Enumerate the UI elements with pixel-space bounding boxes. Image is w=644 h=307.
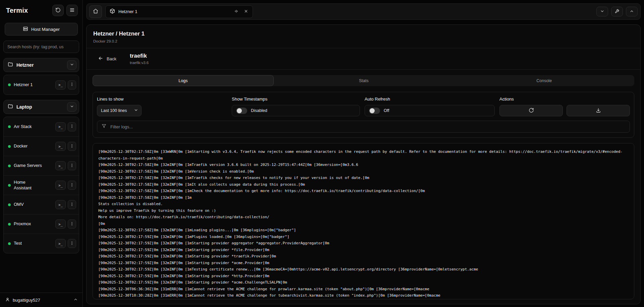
open-terminal-button[interactable]: >_ [55, 142, 66, 151]
terminal-prompt-icon: >_ [58, 164, 63, 168]
open-terminal-button[interactable]: >_ [55, 80, 66, 89]
lines-to-show-label: Lines to show [97, 97, 232, 102]
log-line: [90m2025-12-30T02:17:59Z[0m [32mINF[0m [… [98, 240, 629, 247]
tab-logs[interactable]: Logs [93, 75, 274, 86]
status-dot-online [8, 223, 11, 226]
sidebar-menu-button[interactable] [66, 5, 78, 16]
folder-laptop[interactable]: Laptop [3, 100, 79, 114]
host-row[interactable]: Game Servers >_ [4, 156, 79, 175]
status-dot-online [8, 203, 11, 206]
actions-group: Actions [499, 97, 630, 116]
host-row[interactable]: Hetzner 1 >_ [4, 75, 79, 95]
chevron-up-icon [630, 9, 634, 14]
kebab-menu-icon [70, 183, 74, 188]
status-dot-online [8, 83, 11, 86]
terminal-prompt-icon: >_ [58, 222, 63, 226]
host-row[interactable]: OMV >_ [4, 195, 79, 214]
terminal-prompt-icon: >_ [58, 83, 63, 87]
refresh-logs-button[interactable] [499, 105, 563, 116]
host-menu-button[interactable] [68, 181, 76, 190]
refresh-icon [529, 108, 534, 114]
tab-console[interactable]: Console [454, 75, 634, 86]
log-line: [90m2025-12-30T02:17:59Z[0m [32mINF[0m [… [98, 234, 629, 240]
host-menu-button[interactable] [68, 200, 76, 209]
host-row[interactable]: Home Assistant >_ [4, 175, 79, 195]
log-line: [90m2025-12-30T02:17:58Z[0m [33mWRN[0m [… [98, 148, 629, 162]
host-menu-button[interactable] [68, 80, 76, 89]
folder-collapse-button[interactable] [67, 60, 76, 70]
open-terminal-button[interactable]: >_ [55, 200, 66, 209]
chevron-down-icon [70, 62, 74, 68]
open-terminal-button[interactable]: >_ [55, 181, 66, 190]
tab-hetzner-1[interactable]: Hetzner 1 [105, 5, 253, 18]
terminal-prompt-icon: >_ [58, 183, 63, 187]
home-button[interactable] [89, 5, 102, 18]
app-root: Termix Host Manager Hetzner [0, 0, 644, 307]
log-line: Help us improve Traefik by turning this … [98, 207, 629, 214]
log-output[interactable]: [90m2025-12-30T02:17:58Z[0m [33mWRN[0m [… [93, 143, 634, 299]
container-icon [110, 8, 115, 15]
open-terminal-button[interactable]: >_ [55, 122, 66, 131]
open-terminal-button[interactable]: >_ [55, 239, 66, 248]
host-name: Test [14, 241, 42, 246]
host-search-input[interactable] [7, 45, 75, 49]
host-row[interactable]: Arr Stack >_ [4, 117, 79, 136]
host-panel-header: Hetzner / Hetzner 1 Docker 29.0.2 [87, 25, 640, 48]
open-terminal-button[interactable]: >_ [55, 220, 66, 229]
host-row[interactable]: Proxmox >_ [4, 214, 79, 234]
log-line: [90m2025-12-30T02:17:58Z[0m [32mINF[0m [… [98, 181, 629, 188]
terminal-tabbar: Hetzner 1 [86, 3, 641, 20]
host-name: Game Servers [14, 163, 42, 169]
status-dot-online [8, 125, 11, 128]
chevron-down-icon [600, 9, 604, 14]
folder-name: Hetzner [16, 62, 64, 68]
host-manager-button[interactable]: Host Manager [5, 23, 78, 36]
panel-down-button[interactable] [596, 7, 608, 16]
open-terminal-button[interactable]: >_ [55, 161, 66, 170]
show-timestamps-toggle[interactable] [236, 108, 247, 114]
host-menu-button[interactable] [68, 122, 76, 131]
lines-to-show-value: Last 100 lines [101, 108, 131, 113]
auto-refresh-toggle[interactable] [369, 108, 380, 114]
sidebar-footer[interactable]: bugattiguy527 [0, 293, 83, 307]
host-menu-button[interactable] [68, 239, 76, 248]
user-menu-toggle[interactable] [73, 297, 78, 303]
tools-button[interactable] [611, 7, 623, 16]
host-menu-button[interactable] [68, 220, 76, 229]
username: bugattiguy527 [13, 298, 70, 303]
log-line: [90m2025-12-30T02:17:59Z[0m [32mINF[0m [… [98, 279, 629, 286]
server-icon [23, 26, 28, 33]
lines-to-show-select[interactable]: Last 100 lines [97, 105, 142, 116]
split-view-button[interactable] [233, 8, 239, 15]
close-tab-button[interactable] [243, 8, 249, 15]
rotate-ccw-icon [55, 7, 61, 14]
back-button[interactable]: Back [98, 56, 116, 62]
panel-up-button[interactable] [626, 7, 638, 16]
folder-collapse-button[interactable] [67, 102, 76, 112]
arrow-left-icon [98, 56, 103, 62]
log-filter [97, 121, 630, 133]
log-line: [90m2025-12-30T02:17:59Z[0m [32mINF[0m [… [98, 247, 629, 253]
chevron-down-icon [134, 108, 138, 113]
download-logs-button[interactable] [567, 105, 630, 116]
back-label: Back [107, 56, 116, 61]
show-timestamps-state: Disabled [251, 108, 267, 113]
folder-hetzner[interactable]: Hetzner [3, 58, 79, 72]
log-line: [90m2025-12-30T02:17:59Z[0m [32mINF[0m [… [98, 253, 629, 260]
status-dot-online [8, 165, 11, 167]
log-filter-input[interactable] [110, 124, 626, 129]
host-name: OMV [14, 202, 42, 207]
sidebar: Termix Host Manager Hetzner [0, 0, 83, 307]
terminal-prompt-icon: >_ [58, 242, 63, 246]
host-menu-button[interactable] [68, 161, 76, 170]
host-row[interactable]: Test >_ [4, 234, 79, 253]
host-row[interactable]: Docker >_ [4, 136, 79, 156]
host-search [3, 41, 79, 53]
terminal-prompt-icon: >_ [58, 203, 63, 207]
folder-name: Laptop [16, 104, 64, 110]
host-name: Home Assistant [14, 180, 42, 191]
tab-stats[interactable]: Stats [274, 75, 454, 86]
reset-layout-button[interactable] [52, 5, 64, 16]
host-menu-button[interactable] [68, 142, 76, 151]
log-line: [90m2025-12-30T02:17:58Z[0m [32mINF[0m [… [98, 188, 629, 194]
